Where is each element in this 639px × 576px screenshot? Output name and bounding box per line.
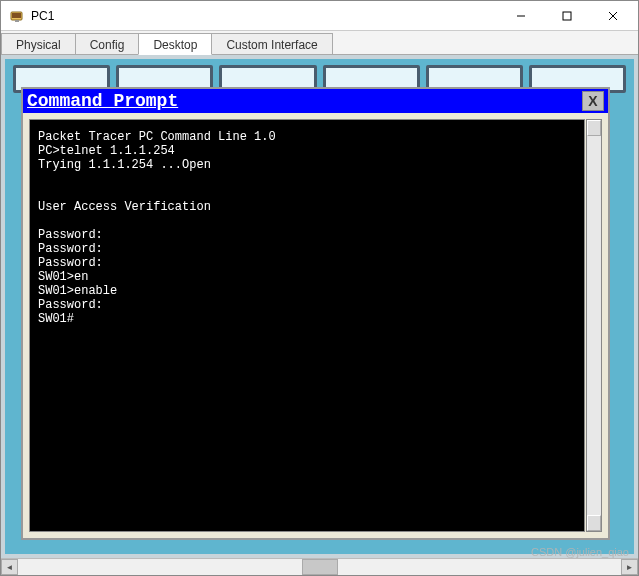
desktop-workspace: Command Prompt X Packet Tracer PC Comman… xyxy=(1,55,638,558)
hscroll-thumb[interactable] xyxy=(302,559,338,575)
window-controls xyxy=(498,1,636,30)
scroll-down-button[interactable] xyxy=(587,515,601,531)
close-button[interactable] xyxy=(590,1,636,30)
command-prompt-close-button[interactable]: X xyxy=(582,91,604,111)
svg-rect-4 xyxy=(563,12,571,20)
command-prompt-vscrollbar[interactable] xyxy=(586,119,602,532)
tab-bar: Physical Config Desktop Custom Interface xyxy=(1,31,638,55)
scroll-up-button[interactable] xyxy=(587,120,601,136)
tab-physical[interactable]: Physical xyxy=(1,33,76,54)
scroll-left-button[interactable]: ◄ xyxy=(1,559,18,575)
command-prompt-body-wrap: Packet Tracer PC Command Line 1.0 PC>tel… xyxy=(23,113,608,538)
command-prompt-title: Command Prompt xyxy=(27,91,582,111)
svg-rect-1 xyxy=(12,13,21,18)
maximize-button[interactable] xyxy=(544,1,590,30)
app-icon xyxy=(9,8,25,24)
command-prompt-window: Command Prompt X Packet Tracer PC Comman… xyxy=(21,87,610,540)
hscroll-track[interactable] xyxy=(18,559,621,575)
tab-config[interactable]: Config xyxy=(75,33,140,54)
tab-custom[interactable]: Custom Interface xyxy=(211,33,332,54)
window-title: PC1 xyxy=(31,9,498,23)
command-prompt-terminal[interactable]: Packet Tracer PC Command Line 1.0 PC>tel… xyxy=(29,119,585,532)
scroll-right-button[interactable]: ► xyxy=(621,559,638,575)
scroll-track[interactable] xyxy=(587,136,601,515)
horizontal-scrollbar[interactable]: ◄ ► xyxy=(1,558,638,575)
command-prompt-titlebar: Command Prompt X xyxy=(23,89,608,113)
minimize-button[interactable] xyxy=(498,1,544,30)
svg-rect-2 xyxy=(15,20,19,22)
app-window: PC1 Physical Config Desktop Custom Inter… xyxy=(0,0,639,576)
titlebar: PC1 xyxy=(1,1,638,31)
tab-desktop[interactable]: Desktop xyxy=(138,33,212,55)
